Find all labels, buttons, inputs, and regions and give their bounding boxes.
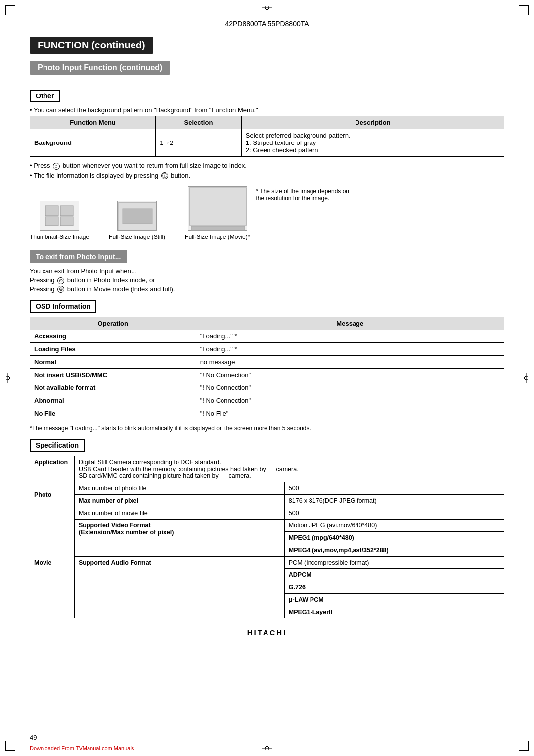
spec-application-value: Digital Still Camera corresponding to DC…	[75, 456, 504, 482]
full-movie-section: Full-Size Image (Movie)* * The size of t…	[185, 186, 355, 240]
full-movie-image	[188, 186, 247, 231]
spec-video-format-label: Supported Video Format(Extension/Max num…	[75, 520, 285, 557]
full-still-label: Full-Size Image (Still)	[109, 234, 165, 240]
spec-audio-format4: μ-LAW PCM	[284, 594, 504, 606]
col-header-selection: Selection	[156, 116, 242, 129]
spec-movie-field-maxfile: Max number of movie file	[75, 507, 285, 520]
osd-label: OSD Information	[36, 302, 90, 310]
model-line: 42PD8800TA 55PD8800TA	[30, 20, 504, 28]
osd-message-normal: no message	[196, 356, 504, 369]
corner-mark-tl	[5, 5, 15, 15]
table-row: Background 1→2 Select preferred backgrou…	[30, 129, 504, 157]
spec-movie-value-maxfile: 500	[284, 507, 504, 520]
cross-bottom	[262, 743, 272, 753]
svg-rect-19	[191, 226, 245, 230]
other-subsection-box: Other	[30, 90, 60, 102]
osd-operation-accessing: Accessing	[30, 330, 196, 343]
table-row: Photo Max number of photo file 500	[30, 482, 504, 495]
table-row: Accessing "Loading..." *	[30, 330, 504, 343]
movie-mode-icon: ⊛	[57, 286, 64, 293]
table-row: Normal no message	[30, 356, 504, 369]
photo-index-icon: ⊙	[57, 277, 64, 284]
table-row: Not available format "! No Connection"	[30, 381, 504, 394]
table-row: No File "! No File"	[30, 407, 504, 420]
osd-operation-no-usb: Not insert USB/SD/MMC	[30, 369, 196, 381]
home-icon: ⌂	[53, 163, 60, 170]
osd-operation-abnormal: Abnormal	[30, 394, 196, 407]
thumbnail-image	[40, 201, 79, 231]
osd-message-no-format: "! No Connection"	[196, 381, 504, 394]
page: 42PD8800TA 55PD8800TA FUNCTION (continue…	[0, 0, 534, 756]
osd-message-no-usb: "! No Connection"	[196, 369, 504, 381]
page-number: 49	[30, 734, 37, 741]
spec-video-format3: MPEG4 (avi,mov,mp4,asf/352*288)	[284, 544, 504, 557]
full-movie-label: Full-Size Image (Movie)*	[185, 234, 250, 240]
osd-message-loading: "Loading..." *	[196, 343, 504, 356]
movie-note: * The size of the image depends on the r…	[256, 188, 355, 202]
cross-top	[262, 3, 272, 13]
specification-section: Specification Application Digital Still …	[30, 439, 504, 618]
spec-audio-format2: ADPCM	[284, 569, 504, 581]
spec-video-format2: MPEG1 (mpg/640*480)	[284, 532, 504, 544]
osd-col-message: Message	[196, 317, 504, 330]
spec-subsection-box: Specification	[30, 439, 85, 452]
spec-audio-format5: MPEG1-LayerII	[284, 606, 504, 618]
menu-cell: Background	[30, 129, 156, 157]
selection-cell: 1→2	[156, 129, 242, 157]
spec-video-format1: Motion JPEG (avi.mov/640*480)	[284, 520, 504, 532]
spec-photo-field2: Max number of pixel	[75, 495, 285, 507]
osd-operation-no-file: No File	[30, 407, 196, 420]
other-intro: You can select the background pattern on…	[30, 106, 504, 114]
osd-message-accessing: "Loading..." *	[196, 330, 504, 343]
spec-audio-format3: G.726	[284, 581, 504, 594]
spec-audio-format-label: Supported Audio Format	[75, 557, 285, 618]
osd-operation-loading: Loading Files	[30, 343, 196, 356]
corner-mark-br	[519, 741, 529, 751]
full-still-image	[117, 201, 157, 231]
info-icon: ⓘ	[161, 172, 168, 179]
exit-subsection-box: To exit from Photo Input...	[30, 250, 127, 263]
spec-photo-label: Photo	[30, 482, 75, 507]
svg-rect-14	[45, 217, 58, 226]
osd-table: Operation Message Accessing "Loading..."…	[30, 317, 504, 420]
osd-message-abnormal: "! No Connection"	[196, 394, 504, 407]
svg-rect-17	[123, 209, 152, 224]
spec-photo-field1: Max number of photo file	[75, 482, 285, 495]
footer-link[interactable]: Downloaded From TVManual.com Manuals	[30, 745, 134, 751]
osd-footnote: *The message "Loading..." starts to blin…	[30, 425, 504, 432]
table-row: Loading Files "Loading..." *	[30, 343, 504, 356]
osd-col-operation: Operation	[30, 317, 196, 330]
cross-right	[521, 373, 531, 383]
exit-label: To exit from Photo Input...	[36, 253, 121, 261]
spec-photo-value2: 8176 x 8176(DCF JPEG format)	[284, 495, 504, 507]
main-section-header: FUNCTION (continued)	[30, 37, 504, 61]
cross-left	[3, 373, 13, 383]
osd-operation-normal: Normal	[30, 356, 196, 369]
osd-message-no-file: "! No File"	[196, 407, 504, 420]
full-movie-item: Full-Size Image (Movie)*	[185, 186, 250, 240]
table-row: Movie Max number of movie file 500	[30, 507, 504, 520]
svg-rect-12	[45, 206, 58, 216]
svg-rect-15	[60, 217, 73, 226]
table-row: Application Digital Still Camera corresp…	[30, 456, 504, 482]
other-label: Other	[36, 92, 54, 100]
bullet-file-info: The file information is displayed by pre…	[30, 172, 504, 180]
main-title: FUNCTION (continued)	[30, 37, 153, 54]
exit-section: To exit from Photo Input... You can exit…	[30, 250, 504, 293]
col-header-description: Description	[241, 116, 504, 129]
corner-mark-tr	[519, 5, 529, 15]
exit-text3: Pressing ⊛ button in Movie mode (Index a…	[30, 285, 504, 293]
thumbnail-item: Thumbnail-Size Image	[30, 201, 89, 240]
osd-subsection-box: OSD Information	[30, 300, 96, 313]
brand: HITACHI	[30, 628, 504, 637]
svg-rect-13	[60, 206, 73, 216]
osd-operation-no-format: Not available format	[30, 381, 196, 394]
images-row: Thumbnail-Size Image Full-Size Image (St…	[30, 186, 504, 240]
spec-audio-format1: PCM (Incompressible format)	[284, 557, 504, 569]
description-cell: Select preferred background pattern. 1: …	[241, 129, 504, 157]
table-row: Supported Audio Format PCM (Incompressib…	[30, 557, 504, 569]
thumbnail-label: Thumbnail-Size Image	[30, 234, 89, 240]
table-row: Max number of pixel 8176 x 8176(DCF JPEG…	[30, 495, 504, 507]
exit-text2: Pressing ⊙ button in Photo Index mode, o…	[30, 276, 504, 284]
spec-movie-label: Movie	[30, 507, 75, 618]
